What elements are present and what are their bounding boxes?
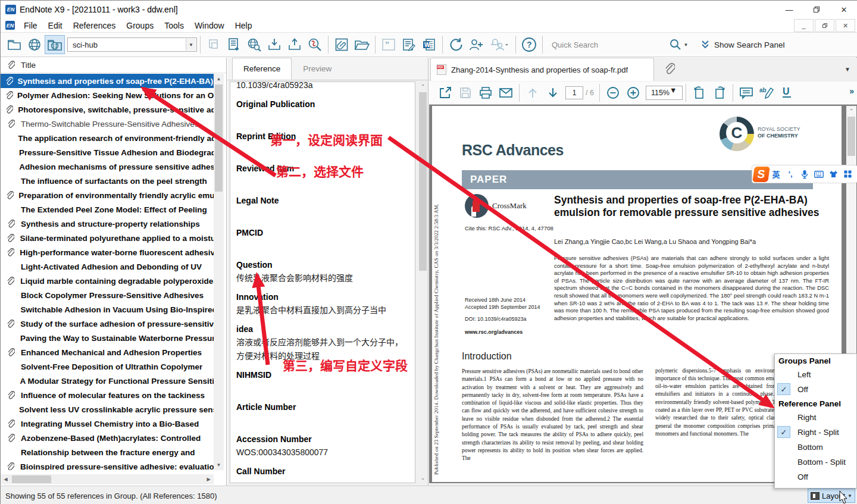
- title-column-header[interactable]: Title: [21, 61, 36, 70]
- tab-reference[interactable]: Reference: [232, 58, 292, 80]
- field-value[interactable]: [236, 175, 409, 189]
- next-page-button[interactable]: [543, 83, 563, 102]
- sticky-note-button[interactable]: [736, 83, 756, 102]
- integrated-library-mode-button[interactable]: [45, 35, 65, 54]
- attach-file-button[interactable]: [331, 35, 352, 54]
- go-to-word-button[interactable]: W: [419, 35, 439, 54]
- new-reference-button[interactable]: [224, 35, 244, 54]
- scroll-down-icon[interactable]: ⌄: [418, 473, 428, 483]
- find-full-text-button[interactable]: [305, 35, 325, 54]
- sogou-logo-icon[interactable]: S: [752, 167, 770, 182]
- list-horizontal-scrollbar[interactable]: ◀ ▶: [1, 474, 214, 484]
- menu-item-off[interactable]: Off: [775, 469, 856, 484]
- list-item[interactable]: Azobenzene-Based (Meth)acrylates: Contro…: [1, 431, 214, 445]
- skin-shirt-icon[interactable]: [826, 170, 840, 178]
- search-options-chevron[interactable]: ▼: [684, 42, 689, 48]
- chevron-down-icon[interactable]: ▼: [186, 39, 196, 51]
- list-item[interactable]: Polymer Adhesion: Seeking New Solutions …: [1, 88, 214, 102]
- help-button[interactable]: ?: [519, 35, 539, 54]
- menu-file[interactable]: File: [18, 18, 43, 33]
- field-value[interactable]: 10.1039/c4ra05923a: [236, 82, 409, 92]
- list-item[interactable]: Bioinspired pressure-sensitive adhesive:…: [1, 459, 214, 470]
- pdf-tab-menu-chevron[interactable]: ▼: [845, 66, 850, 73]
- list-item[interactable]: Block Copolymer Pressure-Sensitive Adhes…: [1, 288, 214, 302]
- scroll-down-icon[interactable]: ▼: [214, 460, 224, 470]
- list-item[interactable]: Switchable Adhesion in Vacuum Using Bio-…: [1, 302, 214, 317]
- list-item[interactable]: Adhesion mechanisms of pressure sensitiv…: [1, 159, 214, 174]
- print-pdf-button[interactable]: [476, 83, 496, 102]
- field-value[interactable]: [236, 381, 409, 395]
- layout-button[interactable]: Layout ▼: [808, 489, 855, 503]
- page-number-input[interactable]: 1: [565, 86, 583, 99]
- paperclip-icon[interactable]: [664, 62, 675, 76]
- list-vertical-scrollbar[interactable]: ▲ ▼: [214, 74, 224, 470]
- minimize-button[interactable]: —: [775, 1, 803, 18]
- field-value[interactable]: 传统乳液聚合会影响材料的强度: [236, 271, 409, 285]
- ime-punctuation-toggle[interactable]: ’,: [783, 170, 797, 179]
- field-value[interactable]: [236, 111, 409, 124]
- zoom-in-button[interactable]: [623, 83, 643, 102]
- field-value[interactable]: [236, 239, 409, 253]
- group-selector[interactable]: sci-hub ▼: [67, 37, 197, 52]
- list-item[interactable]: The application research of environment-…: [1, 131, 214, 145]
- list-item[interactable]: Solvent less UV crosslinkable acrylic pr…: [1, 402, 214, 417]
- field-value[interactable]: 溶液或者反应溶剂能够并入到一个大分子中，方便对材料的处理过程: [236, 336, 409, 363]
- list-item[interactable]: Synthesis and properties of soap-free P(…: [1, 74, 214, 88]
- child-close-button[interactable]: ✕: [836, 19, 855, 32]
- menu-item-left[interactable]: Left: [775, 367, 856, 382]
- list-item[interactable]: Pressure-Sensitive Tissue Adhesion and B…: [1, 145, 214, 159]
- list-item[interactable]: Solvent-Free Deposition of Ultrathin Cop…: [1, 359, 214, 374]
- scroll-right-icon[interactable]: ▶: [204, 474, 214, 484]
- tab-preview[interactable]: Preview: [292, 58, 343, 80]
- online-search-button[interactable]: [244, 35, 264, 54]
- list-item[interactable]: Silane-terminated polyurethane applied t…: [1, 231, 214, 245]
- zoom-level-select[interactable]: 115% ▼: [646, 86, 683, 100]
- list-item[interactable]: Relationship between the fracture energy…: [1, 445, 214, 459]
- format-bibliography-button[interactable]: [399, 35, 419, 54]
- online-search-mode-button[interactable]: [24, 35, 45, 54]
- menu-tools[interactable]: Tools: [159, 18, 189, 33]
- list-item[interactable]: The influence of surfactants on the peel…: [1, 174, 214, 188]
- menu-item-bottom-split[interactable]: Bottom - Split: [775, 455, 856, 469]
- close-button[interactable]: ✕: [830, 1, 857, 18]
- menu-item-off[interactable]: ✓Off: [775, 382, 856, 397]
- insert-citation-button[interactable]: ”: [379, 35, 399, 54]
- scroll-up-icon[interactable]: ▲: [214, 74, 224, 84]
- recently-added-button[interactable]: [486, 35, 512, 54]
- zoom-out-button[interactable]: [603, 83, 623, 102]
- field-value[interactable]: WOS:000343035800077: [236, 446, 409, 459]
- child-restore-button[interactable]: [815, 19, 834, 32]
- import-button[interactable]: [264, 35, 284, 54]
- menu-item-right[interactable]: Right: [775, 410, 856, 425]
- microphone-icon[interactable]: [797, 170, 812, 179]
- menu-item-right-split[interactable]: ✓Right - Split: [775, 425, 856, 440]
- rotate-left-button[interactable]: [689, 83, 709, 102]
- menu-edit[interactable]: Edit: [43, 18, 68, 33]
- copy-button[interactable]: [204, 35, 224, 54]
- list-item[interactable]: Liquid marble containing degradable poly…: [1, 274, 214, 288]
- open-link-button[interactable]: [352, 35, 372, 54]
- search-icon[interactable]: ▼: [665, 35, 692, 54]
- quick-search-input[interactable]: Quick Search: [546, 37, 665, 52]
- child-minimize-button[interactable]: _: [794, 19, 814, 32]
- previous-page-button[interactable]: [523, 83, 543, 102]
- menu-groups[interactable]: Groups: [121, 18, 159, 33]
- chevron-down-icon[interactable]: ▼: [670, 86, 677, 99]
- field-value[interactable]: [236, 207, 409, 221]
- list-item[interactable]: Influence of molecular features on the t…: [1, 388, 214, 402]
- scroll-left-icon[interactable]: ◀: [1, 474, 11, 484]
- underline-text-button[interactable]: U: [777, 83, 797, 102]
- list-item[interactable]: A Modular Strategy for Functional Pressu…: [1, 374, 214, 388]
- field-value[interactable]: [236, 414, 409, 427]
- open-pdf-external-button[interactable]: [435, 83, 455, 102]
- field-value[interactable]: 是乳液聚合中材料直接加入到高分子当中: [236, 303, 409, 317]
- highlight-text-button[interactable]: ab: [756, 83, 777, 102]
- export-button[interactable]: [284, 35, 305, 54]
- menu-references[interactable]: References: [68, 18, 121, 33]
- email-pdf-button[interactable]: [496, 83, 516, 102]
- show-search-panel-button[interactable]: Show Search Panel: [700, 40, 785, 49]
- list-item[interactable]: Study of the surface adhesion of pressur…: [1, 317, 214, 331]
- list-item[interactable]: Synthesis and structure-property relatio…: [1, 217, 214, 231]
- sync-button[interactable]: [446, 35, 466, 54]
- field-value[interactable]: [236, 143, 409, 156]
